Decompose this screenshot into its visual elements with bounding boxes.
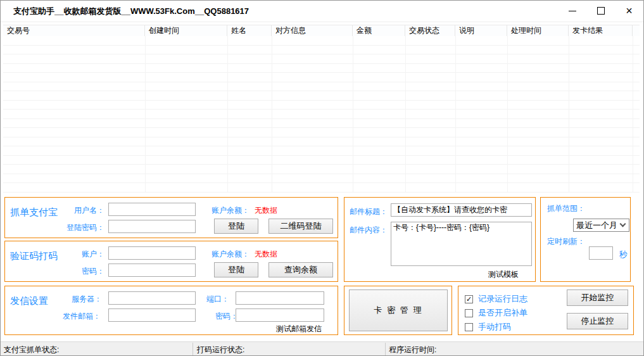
checkbox-option-1[interactable]: ✓记录运行日志	[465, 294, 527, 304]
panel-smtp-title: 发信设置	[10, 295, 48, 307]
table-row[interactable]	[3, 119, 640, 129]
smtp-password-input[interactable]	[236, 308, 324, 322]
card-management-button[interactable]: 卡 密 管 理	[349, 289, 448, 331]
panel-captcha-title: 验证码打码	[10, 250, 58, 262]
status-bar: 支付宝抓单状态: 打码运行状态: 程序运行时间:	[1, 341, 643, 356]
mail-subject-label: 邮件标题：	[350, 207, 388, 217]
query-balance-button[interactable]: 查询余额	[268, 262, 333, 277]
captcha-balance-label: 账户余额：	[212, 249, 249, 260]
column-header-3[interactable]: 姓名	[227, 25, 272, 36]
captcha-account-input[interactable]	[108, 246, 196, 260]
login-password-label: 登陆密码：	[66, 222, 104, 233]
transaction-list[interactable]	[3, 36, 640, 193]
sender-email-input[interactable]	[108, 308, 196, 322]
column-divider	[569, 36, 569, 193]
table-row[interactable]	[3, 91, 640, 101]
alipay-grab-status: 支付宝抓单状态:	[4, 345, 59, 355]
column-header-4[interactable]: 对方信息	[272, 25, 353, 36]
table-row[interactable]	[3, 183, 640, 193]
captcha-login-button[interactable]: 登陆	[214, 262, 258, 277]
column-header-filler	[633, 25, 640, 36]
test-mail-send-link[interactable]: 测试邮箱发信	[276, 324, 322, 334]
panel-captcha: 验证码打码 账户： 账户余额： 无数据 密码： 登陆 查询余额	[4, 241, 338, 282]
app-window: 支付宝助手__收款邮箱发货版__WWW.53Fk.Com__QQ5881617 …	[0, 0, 644, 356]
grab-range-selected-value: 最近一个月	[576, 220, 621, 231]
grab-range-select[interactable]: 最近一个月	[573, 219, 629, 232]
table-row[interactable]	[3, 82, 640, 92]
panel-options: ✓记录运行日志是否开启补单手动打码 开始监控 停止监控	[458, 286, 634, 335]
panel-mail-template: 邮件标题： 邮件内容： 卡号：{卡号}----密码：{密码} 测试模板	[344, 197, 536, 282]
panel-smtp: 发信设置 服务器： 端口： 发件邮箱： 密码： 测试邮箱发信	[4, 286, 338, 335]
refresh-timer-label: 定时刷新：	[547, 236, 585, 247]
smtp-password-label: 密码：	[215, 311, 238, 322]
column-header-8[interactable]: 处理时间	[507, 25, 569, 36]
captcha-balance-value: 无数据	[255, 249, 277, 260]
checkbox-checked-icon[interactable]: ✓	[465, 295, 473, 303]
statusbar-divider	[385, 343, 386, 355]
column-header-7[interactable]: 说明	[455, 25, 507, 36]
alipay-balance-label: 账户余额：	[212, 205, 249, 216]
mail-content-label: 邮件内容：	[350, 225, 388, 236]
test-template-link[interactable]: 测试模板	[488, 269, 519, 280]
captcha-password-input[interactable]	[108, 264, 196, 277]
stop-monitor-button[interactable]: 停止监控	[567, 313, 628, 329]
alipay-login-button[interactable]: 登陆	[214, 219, 258, 234]
column-header-6[interactable]: 交易状态	[405, 25, 455, 36]
table-row[interactable]	[3, 146, 640, 156]
column-divider	[405, 36, 406, 193]
table-row[interactable]	[3, 73, 640, 82]
close-icon: ×	[626, 5, 633, 16]
port-input[interactable]	[236, 291, 324, 305]
column-divider	[633, 36, 633, 193]
checkbox-option-2[interactable]: 是否开启补单	[465, 308, 527, 318]
table-row[interactable]	[3, 156, 640, 165]
close-button[interactable]: ×	[615, 1, 643, 21]
table-header: 交易号创建时间姓名对方信息金额交易状态说明处理时间发卡结果	[3, 25, 640, 37]
username-label: 用户名：	[74, 205, 104, 216]
column-divider	[227, 36, 228, 193]
checkbox-unchecked-icon[interactable]	[465, 323, 473, 331]
table-row[interactable]	[3, 64, 640, 73]
column-divider	[145, 36, 146, 193]
start-monitor-button[interactable]: 开始监控	[567, 289, 628, 306]
checkbox-label: 记录运行日志	[478, 293, 527, 305]
table-row[interactable]	[3, 110, 640, 119]
table-row[interactable]	[3, 101, 640, 110]
qr-login-button[interactable]: 二维码登陆	[268, 219, 333, 234]
refresh-seconds-input[interactable]	[589, 246, 613, 260]
table-row[interactable]	[3, 54, 640, 64]
table-row[interactable]	[3, 174, 640, 184]
checkbox-label: 是否开启补单	[478, 307, 527, 319]
panel-alipay-grab: 抓单支付宝 用户名： 账户余额： 无数据 登陆密码： 登陆 二维码登陆	[4, 197, 338, 238]
maximize-button[interactable]	[586, 1, 615, 21]
column-divider	[272, 36, 272, 193]
server-input[interactable]	[108, 291, 196, 305]
checkbox-label: 手动打码	[478, 321, 511, 333]
alipay-password-input[interactable]	[108, 220, 196, 233]
window-title: 支付宝助手__收款邮箱发货版__WWW.53Fk.Com__QQ5881617	[13, 6, 249, 17]
column-header-5[interactable]: 金额	[353, 25, 405, 36]
title-bar: 支付宝助手__收款邮箱发货版__WWW.53Fk.Com__QQ5881617 …	[1, 1, 643, 22]
column-header-9[interactable]: 发卡结果	[569, 25, 633, 36]
alipay-balance-value: 无数据	[255, 205, 277, 216]
table-row[interactable]	[3, 165, 640, 174]
checkbox-option-3[interactable]: 手动打码	[465, 322, 511, 332]
maximize-icon	[597, 7, 605, 15]
mail-content-textarea[interactable]: 卡号：{卡号}----密码：{密码}	[391, 222, 532, 266]
seconds-unit-label: 秒	[619, 249, 628, 260]
mail-subject-input[interactable]	[391, 203, 532, 217]
column-divider	[455, 36, 456, 193]
table-row[interactable]	[3, 128, 640, 137]
column-header-1[interactable]: 交易号	[3, 25, 145, 36]
sender-email-label: 发件邮箱：	[63, 311, 101, 322]
alipay-username-input[interactable]	[108, 203, 196, 216]
grab-range-label: 抓单范围：	[547, 203, 585, 214]
minimize-button[interactable]	[558, 1, 586, 21]
table-row[interactable]	[3, 36, 640, 46]
chevron-down-icon	[620, 221, 626, 227]
captcha-account-label: 账户：	[82, 249, 104, 260]
table-row[interactable]	[3, 46, 640, 55]
checkbox-unchecked-icon[interactable]	[465, 309, 473, 317]
column-header-2[interactable]: 创建时间	[145, 25, 227, 36]
table-row[interactable]	[3, 137, 640, 147]
